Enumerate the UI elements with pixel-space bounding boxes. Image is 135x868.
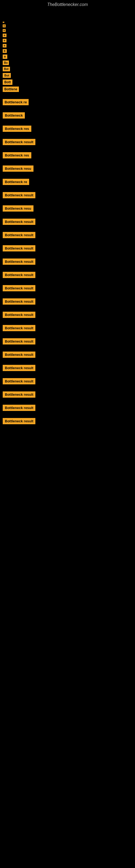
bottleneck-result-label: Bottleneck result [3,405,35,411]
bottleneck-result-label: Bottleneck result [3,245,35,251]
list-item: B [0,39,135,42]
bottleneck-result-label: B [3,24,6,27]
list-item: Bottleneck result [0,219,135,225]
items-list: BBBBBBBBoBotBotBottBottleneBottleneck re… [0,19,135,434]
list-item: Bottleneck resu [0,205,135,212]
list-item: Bot [0,67,135,71]
bottleneck-result-label: Bottleneck re [3,179,29,185]
list-item: Bottleneck result [0,325,135,331]
bottleneck-result-label: Bottlene [3,87,19,92]
list-item: Bottleneck result [0,378,135,384]
site-title: TheBottlenecker.com [0,0,135,8]
bottleneck-result-label: Bottleneck result [3,392,35,398]
list-item: Bottleneck result [0,245,135,251]
bottleneck-result-label: Bo [3,61,9,65]
list-item: B [0,29,135,32]
bottleneck-result-label: B [3,34,6,37]
list-item: Bottleneck res [0,152,135,158]
list-item [0,22,135,23]
bottleneck-result-label: B [3,39,6,42]
bottleneck-result-label: Bottleneck result [3,312,35,318]
bottleneck-result-label: B [3,49,7,53]
list-item: B [0,24,135,27]
list-item: Bottleneck result [0,405,135,411]
bottleneck-result-label: Bot [3,67,10,71]
bottleneck-result-label: Bottleneck result [3,192,35,198]
bottleneck-result-label: Bottleneck result [3,272,35,278]
bottleneck-result-label: Bottleneck result [3,378,35,384]
bottleneck-result-label: Bottleneck result [3,232,35,238]
bottleneck-result-label: Bottleneck re [3,99,29,105]
list-item: Bottleneck result [0,365,135,371]
bottleneck-result-label: Bottleneck result [3,258,35,265]
bottleneck-result-label: Bottleneck result [3,351,35,358]
list-item: Bottleneck result [0,312,135,318]
bottleneck-result-label: Bottleneck result [3,285,35,291]
list-item: Bottleneck result [0,285,135,291]
bottleneck-result-label: Bott [3,80,12,85]
bottleneck-result-label: Bottleneck res [3,152,31,158]
bottleneck-result-label: Bottleneck result [3,219,35,225]
list-item: Bottlene [0,87,135,92]
list-item: Bottleneck result [0,192,135,198]
list-item: Bottleneck result [0,232,135,238]
list-item: Bottleneck [0,112,135,119]
list-item: Bottleneck resu [0,165,135,172]
list-item: Bottleneck res [0,126,135,132]
site-title-container: TheBottlenecker.com [0,0,135,8]
list-item: Bottleneck result [0,139,135,145]
bottleneck-result-label: Bottleneck [3,112,25,119]
list-item: Bottleneck result [0,258,135,265]
list-item: Bottleneck result [0,338,135,344]
bottleneck-result-label: Bottleneck result [3,365,35,371]
bottleneck-result-label: B [3,55,7,59]
list-item: B [0,49,135,53]
list-item: Bottleneck re [0,99,135,105]
list-item: Bottleneck result [0,418,135,424]
bottleneck-result-label: Bottleneck resu [3,165,34,172]
list-item: B [0,34,135,37]
bottleneck-result-label: Bottleneck result [3,325,35,331]
bottleneck-result-label: Bottleneck res [3,126,31,132]
list-item: Bot [0,73,135,78]
bottleneck-result-label: B [3,44,6,48]
list-item: B [0,44,135,48]
bottleneck-result-label [3,22,4,23]
bottleneck-result-label: Bottleneck result [3,338,35,344]
bottleneck-result-label: Bottleneck result [3,139,35,145]
list-item: Bo [0,61,135,65]
list-item: Bott [0,80,135,85]
list-item: Bottleneck result [0,392,135,398]
bottleneck-result-label: Bottleneck resu [3,205,34,212]
bottleneck-result-label: Bottleneck result [3,418,35,424]
bottleneck-result-label: Bot [3,73,11,78]
list-item: Bottleneck result [0,272,135,278]
list-item: B [0,55,135,59]
list-item: Bottleneck result [0,299,135,305]
bottleneck-result-label: Bottleneck result [3,299,35,305]
bottleneck-result-label: B [3,29,6,32]
list-item: Bottleneck re [0,179,135,185]
list-item: Bottleneck result [0,351,135,358]
